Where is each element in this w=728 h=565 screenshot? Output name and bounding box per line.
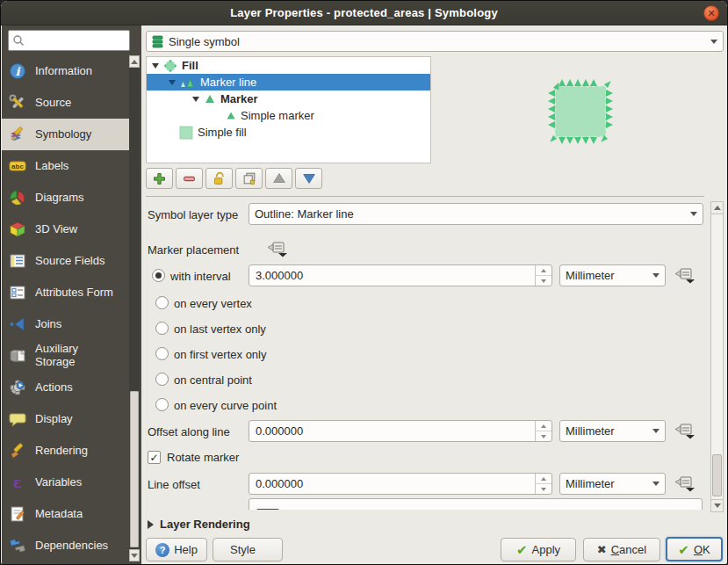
- chevron-right-icon: [148, 520, 154, 529]
- symbol-layer-type-select[interactable]: Outline: Marker line: [249, 203, 703, 225]
- data-defined-override-icon[interactable]: [674, 423, 696, 440]
- minus-icon: [182, 171, 197, 186]
- remove-symbol-layer-button[interactable]: [176, 168, 203, 189]
- arrow-down-icon: [301, 170, 317, 186]
- tree-item-fill[interactable]: Fill: [147, 57, 430, 74]
- on-every-vertex-radio[interactable]: [155, 296, 169, 309]
- on-every-curve-point-radio[interactable]: [155, 398, 169, 411]
- line-offset-unit-select[interactable]: Millimeter: [559, 473, 666, 495]
- sidebar-item-metadata[interactable]: Metadata: [2, 498, 130, 530]
- single-symbol-icon: [152, 35, 163, 48]
- x-icon: [597, 544, 607, 555]
- interval-spinbox[interactable]: 3.000000: [249, 264, 552, 286]
- apply-button[interactable]: Apply: [501, 538, 576, 561]
- joins-icon: [9, 315, 26, 333]
- on-last-vertex-radio[interactable]: [155, 322, 169, 335]
- close-icon[interactable]: ✕: [703, 5, 719, 21]
- sidebar-item-symbology[interactable]: Symbology: [2, 119, 130, 150]
- sidebar-item-3d-view[interactable]: 3D View: [2, 214, 130, 245]
- simple-fill-symbol-icon: [179, 126, 193, 140]
- attributes-form-icon: [9, 284, 26, 301]
- symbol-layer-type-label: Symbol layer type: [148, 208, 238, 221]
- sidebar-item-dependencies[interactable]: Dependencies: [2, 530, 130, 561]
- sidebar-item-source[interactable]: Source: [2, 87, 130, 119]
- dependencies-icon: [9, 537, 26, 554]
- open-lock-icon: [212, 171, 227, 186]
- interval-unit-select[interactable]: Millimeter: [559, 264, 666, 286]
- spinner-arrows[interactable]: [535, 474, 551, 494]
- data-defined-override-icon[interactable]: [674, 475, 696, 493]
- line-offset-spinbox[interactable]: 0.000000: [249, 473, 552, 495]
- help-button[interactable]: Help: [146, 538, 207, 561]
- sidebar-item-attributes-form[interactable]: Attributes Form: [2, 277, 130, 308]
- sidebar-item-joins[interactable]: Joins: [2, 308, 130, 340]
- divider: [146, 196, 704, 197]
- layer-properties-dialog: Layer Properties - protected_areas | Sym…: [0, 0, 728, 565]
- svg-text:ε: ε: [13, 474, 22, 491]
- sidebar-item-actions[interactable]: Actions: [2, 372, 130, 403]
- add-symbol-layer-button[interactable]: [146, 168, 173, 189]
- sidebar-item-display[interactable]: Display: [2, 403, 130, 435]
- tree-item-marker[interactable]: Marker: [147, 91, 430, 107]
- offset-along-line-unit-select[interactable]: Millimeter: [559, 420, 666, 442]
- spinner-arrows[interactable]: [535, 265, 551, 286]
- expander-icon[interactable]: [152, 63, 159, 69]
- rotate-marker-label: Rotate marker: [167, 451, 239, 464]
- simple-marker-symbol-icon: [226, 111, 236, 120]
- scroll-down-icon[interactable]: [711, 499, 723, 511]
- expander-icon[interactable]: [192, 97, 199, 102]
- lock-color-button[interactable]: [205, 168, 233, 189]
- expander-icon[interactable]: [169, 80, 176, 85]
- sidebar-item-auxiliary-storage[interactable]: Auxiliary Storage: [2, 340, 130, 372]
- window-title: Layer Properties - protected_areas | Sym…: [230, 6, 498, 19]
- options-scrollbar[interactable]: [710, 201, 724, 512]
- spinner-arrows[interactable]: [535, 421, 551, 441]
- with-interval-radio[interactable]: [152, 269, 165, 282]
- chevron-down-icon: [710, 40, 717, 44]
- offset-along-line-spinbox[interactable]: 0.000000: [249, 420, 552, 442]
- sidebar-item-information[interactable]: i Information: [2, 55, 130, 87]
- sidebar-scroll-thumb[interactable]: [130, 391, 139, 547]
- ok-button[interactable]: OK: [666, 537, 723, 561]
- move-up-button[interactable]: [265, 168, 292, 189]
- tree-item-simple-fill[interactable]: Simple fill: [147, 124, 430, 141]
- titlebar[interactable]: Layer Properties - protected_areas | Sym…: [1, 1, 727, 25]
- line-offset-label: Line offset: [148, 478, 200, 491]
- sidebar-item-variables[interactable]: ε Variables: [2, 467, 130, 498]
- arrow-up-icon: [271, 170, 287, 186]
- sidebar-item-labels[interactable]: abc Labels: [2, 150, 130, 182]
- sidebar-item-source-fields[interactable]: Source Fields: [2, 245, 130, 277]
- sidebar-scroll-up-icon[interactable]: [129, 55, 140, 68]
- data-defined-override-icon[interactable]: [674, 267, 696, 285]
- on-central-point-radio[interactable]: [155, 373, 169, 386]
- style-button[interactable]: Style: [213, 538, 283, 561]
- sidebar-scroll-down-icon[interactable]: [129, 549, 140, 561]
- sidebar-search[interactable]: [8, 30, 130, 51]
- chevron-down-icon: [690, 212, 697, 216]
- clipped-option-row: [249, 498, 703, 510]
- check-icon: [678, 543, 689, 556]
- move-down-button[interactable]: [295, 168, 322, 189]
- sidebar-item-diagrams[interactable]: Diagrams: [2, 182, 130, 214]
- chevron-down-icon: [652, 482, 660, 486]
- scroll-thumb[interactable]: [712, 454, 722, 496]
- labels-icon: abc: [9, 157, 26, 175]
- scroll-up-icon[interactable]: [711, 202, 723, 214]
- plus-icon: [152, 171, 167, 186]
- rotate-marker-checkbox[interactable]: [148, 451, 161, 464]
- sidebar-scrollbar[interactable]: [129, 55, 140, 561]
- duplicate-symbol-layer-button[interactable]: [235, 168, 263, 189]
- tree-item-marker-line[interactable]: Marker line: [147, 74, 430, 91]
- clipped-combo: [256, 509, 279, 510]
- data-defined-override-icon[interactable]: [266, 241, 289, 258]
- search-input[interactable]: [25, 33, 117, 47]
- cancel-button[interactable]: Cancel: [583, 538, 660, 561]
- renderer-select[interactable]: Single symbol: [146, 31, 724, 52]
- help-icon: [155, 543, 169, 557]
- renderer-value: Single symbol: [169, 35, 705, 48]
- tree-item-simple-marker[interactable]: Simple marker: [147, 107, 430, 124]
- on-first-vertex-radio[interactable]: [155, 347, 169, 360]
- layer-rendering-group[interactable]: Layer Rendering: [148, 518, 250, 531]
- sidebar-item-rendering[interactable]: Rendering: [2, 435, 130, 467]
- 3d-view-icon: [9, 221, 26, 238]
